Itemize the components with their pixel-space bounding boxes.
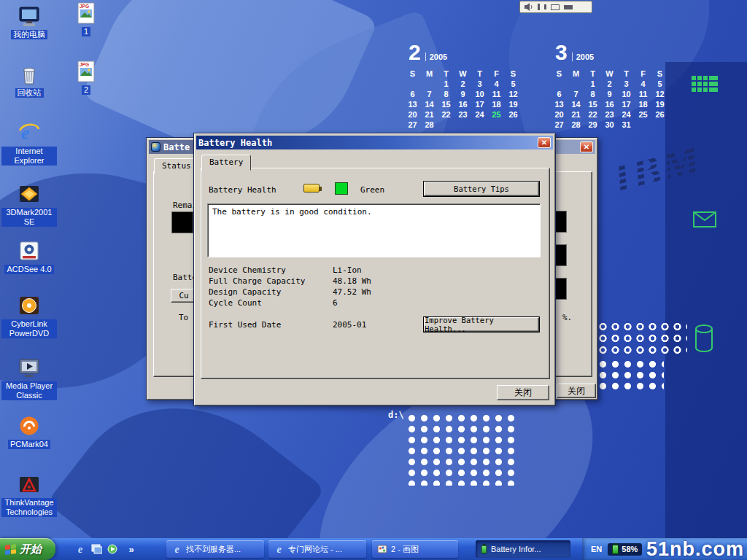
pcmark-icon [18, 414, 41, 438]
calendar-day: 9 [601, 89, 618, 99]
calendar-day [488, 120, 505, 130]
calendar-day: 13 [551, 99, 568, 109]
svg-text:JPG: JPG [80, 62, 89, 67]
task-label: 找不到服务器... [186, 544, 241, 555]
field-label: First Used Date [209, 320, 333, 330]
field-row: Cycle Count6 [209, 298, 338, 308]
calendar-day: 20 [404, 109, 421, 120]
powerdvd-icon [18, 294, 41, 317]
calendar-day: 24 [618, 109, 635, 120]
field-row: Device ChemistryLi-Ion [209, 265, 362, 275]
calendar-day: 2 [454, 79, 471, 89]
desktop-file-1[interactable]: JPG 1 [58, 1, 114, 36]
quicklaunch-media-icon[interactable] [105, 541, 120, 557]
tab-status[interactable]: Status [154, 158, 199, 174]
desktop-icon-3dmark2001[interactable]: 3DMark2001 SE [1, 182, 57, 227]
calendar-day-header: M [421, 69, 438, 79]
jpg-file-icon: JPG [74, 1, 98, 25]
calendar-day: 19 [651, 99, 668, 109]
close-button-cn[interactable]: 关闭 [497, 385, 549, 400]
calendar-day: 9 [454, 89, 471, 99]
calendar-day [551, 79, 568, 89]
desktop-icon-my-computer[interactable]: 我的电脑 [1, 4, 57, 39]
calendar-day-header: T [584, 69, 601, 79]
calendar-day: 4 [488, 79, 505, 89]
close-button[interactable] [580, 141, 593, 152]
desktop-icon-media-player-classic[interactable]: Media Player Classic [1, 356, 57, 400]
language-indicator[interactable]: EN [591, 545, 602, 553]
calendar-day: 10 [618, 89, 635, 99]
calendar-day: 12 [651, 89, 668, 99]
calendar-day: 8 [438, 89, 454, 99]
calendar-day: 17 [471, 99, 488, 109]
icon-label: 3DMark2001 SE [1, 208, 57, 227]
quicklaunch-show-desktop-icon[interactable] [89, 541, 104, 557]
taskbar-task-battery-information[interactable]: Battery Infor... [476, 540, 570, 558]
quicklaunch-ie-icon[interactable] [73, 541, 88, 557]
desktop-icon-recycle-bin[interactable]: 回收站 [1, 63, 57, 98]
desktop-icon-pcmark04[interactable]: PCMark04 [1, 414, 57, 449]
calendar-day: 14 [568, 99, 584, 109]
calendar-day: 6 [404, 89, 421, 99]
calendar-day: 16 [601, 99, 618, 109]
icon-label: 2 [82, 85, 90, 95]
field-value: 2005-01 [333, 320, 366, 330]
field-value: Li-Ion [333, 265, 362, 275]
field-value: 48.18 Wh [333, 276, 371, 286]
calendar-day: 28 [421, 120, 438, 130]
calendar-day: 12 [505, 89, 522, 99]
field-row: Design Capacity47.52 Wh [209, 287, 371, 297]
taskbar-task-forum[interactable]: 专门网论坛 - ... [268, 540, 366, 558]
display-icon [551, 4, 560, 10]
quicklaunch-overflow-chevron-icon[interactable] [124, 541, 139, 557]
calendar-day: 24 [471, 109, 488, 120]
calendar-day: 19 [505, 99, 522, 109]
desktop-icon-thinkvantage[interactable]: ThinkVantage Technologies [1, 472, 57, 517]
tray-battery-meter[interactable]: 58% [608, 543, 642, 556]
osd-indicator-panel [519, 1, 592, 13]
calendar-february: 2 2005 SMTWTFS12345678910111213141516171… [404, 39, 530, 130]
calendar-day: 21 [568, 109, 584, 120]
calendar-day: 15 [584, 99, 601, 109]
calendar-day: 16 [454, 99, 471, 109]
calendar-day: 30 [601, 120, 618, 130]
window-icon [151, 142, 160, 152]
desktop-icon-internet-explorer[interactable]: e Internet Explorer [1, 121, 57, 166]
internet-explorer-icon: e [18, 121, 41, 144]
close-button-cn[interactable]: 关闭 [557, 384, 596, 398]
volume-level-icon [544, 4, 546, 9]
icon-label: 我的电脑 [11, 30, 47, 39]
calendar-day: 22 [584, 109, 601, 120]
tab-battery[interactable]: Battery [201, 155, 251, 171]
calendar-day: 10 [471, 89, 488, 99]
calendar-day-header: W [454, 69, 471, 79]
battery-health-dialog[interactable]: Battery Health Battery Battery Health Gr… [193, 133, 556, 406]
battery-gauge [171, 211, 193, 233]
desktop-icon-acdsee[interactable]: ACDSee 4.0 [1, 239, 57, 274]
calendar-day [421, 79, 438, 89]
calendar-day [568, 79, 584, 89]
calendar-day-header: S [505, 69, 522, 79]
calendar-grid: SMTWTFS123456789101112131415161718192021… [551, 69, 676, 130]
calendar-day: 7 [421, 89, 438, 99]
battery-tips-button[interactable]: Battery Tips [424, 182, 539, 196]
desktop-file-2[interactable]: JPG 2 [58, 60, 114, 95]
desktop-icon-powerdvd[interactable]: CyberLink PowerDVD [1, 294, 57, 338]
calendar-month-number: 3 [555, 42, 568, 63]
start-button[interactable]: 开始 [0, 538, 55, 560]
my-computer-icon [18, 4, 41, 28]
taskbar-task-server-not-found[interactable]: 找不到服务器... [166, 540, 264, 558]
jpg-file-icon: JPG [74, 60, 98, 83]
calendar-day: 27 [551, 120, 568, 130]
calendar-day-header: T [471, 69, 488, 79]
dialog-title: Battery Health [198, 138, 535, 148]
close-button[interactable] [538, 137, 551, 148]
watermark: 51nb.com [646, 538, 744, 560]
improve-battery-health-button[interactable]: Improve Battery Health... [424, 317, 539, 332]
field-row: Full Charge Capacity48.18 Wh [209, 276, 371, 286]
calendar-day [651, 120, 668, 130]
taskbar-task-paint[interactable]: 2 - 画图 [372, 540, 458, 558]
title-bar[interactable]: Battery Health [196, 136, 553, 149]
calendar-day: 20 [551, 109, 568, 120]
calendar-day: 4 [635, 79, 651, 89]
